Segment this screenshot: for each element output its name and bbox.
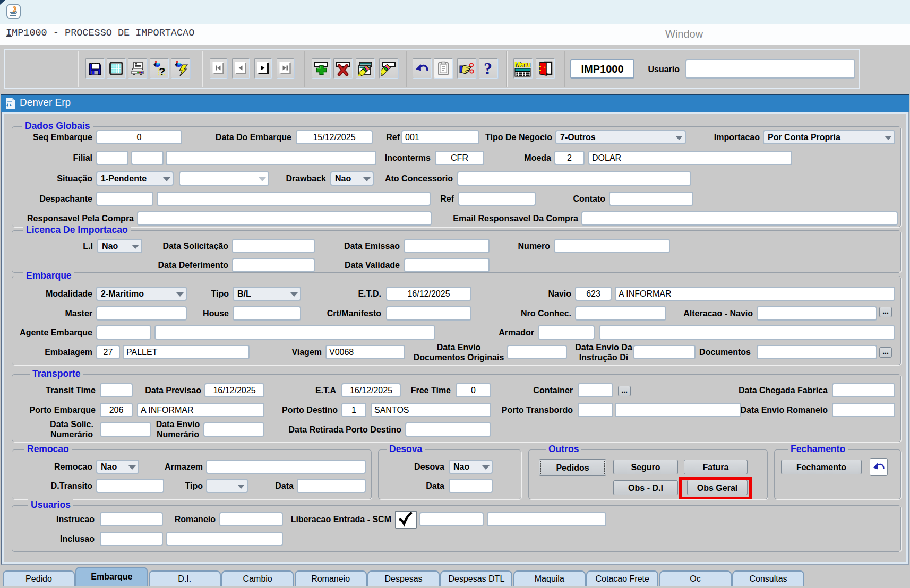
svg-text:?: ? bbox=[159, 66, 165, 76]
svg-text:?: ? bbox=[484, 60, 492, 76]
svg-text:Menu: Menu bbox=[514, 60, 530, 68]
